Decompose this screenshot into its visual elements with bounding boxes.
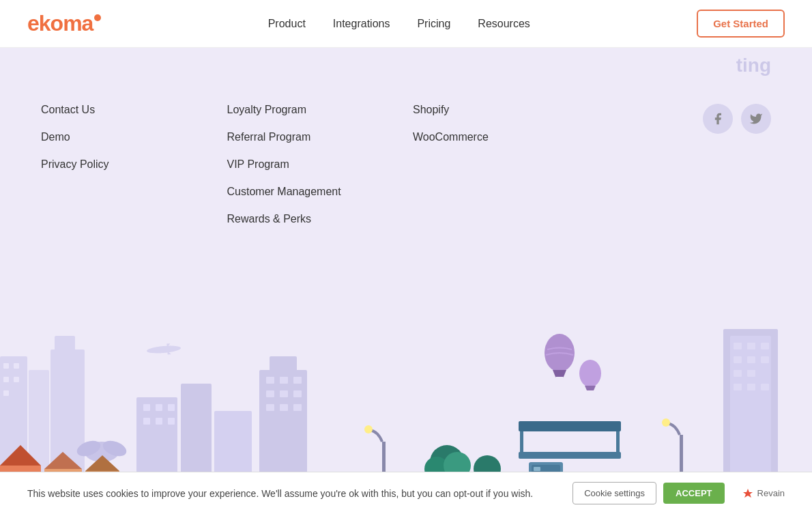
svg-rect-74 [734,356,742,363]
cookie-message: This website uses cookies to improve you… [27,488,559,499]
svg-rect-76 [761,356,769,363]
svg-rect-39 [266,377,274,384]
svg-rect-32 [168,418,175,425]
header: ekoma Product Integrations Pricing Resou… [0,0,812,48]
svg-rect-4 [55,336,75,356]
svg-rect-57 [519,421,621,431]
svg-rect-46 [280,404,288,411]
footer-link-referral-program[interactable]: Referral Program [227,131,400,143]
footer-section: Contact Us Demo Privacy Policy Loyalty P… [0,83,812,506]
top-partial-section: ting [0,48,812,83]
footer-link-vip-program[interactable]: VIP Program [227,158,400,171]
footer-col-3: Shopify WooCommerce [413,104,585,240]
partial-text: ting [736,55,771,83]
footer-link-privacy-policy[interactable]: Privacy Policy [41,158,214,171]
footer-link-contact-us[interactable]: Contact Us [41,104,214,116]
cookie-accept-button[interactable]: ACCEPT [663,483,724,504]
svg-rect-27 [143,404,150,411]
footer-col-2: Loyalty Program Referral Program VIP Pro… [227,104,400,240]
svg-rect-75 [747,356,755,363]
footer-links-grid: Contact Us Demo Privacy Policy Loyalty P… [41,104,771,254]
svg-rect-47 [293,404,302,411]
svg-rect-7 [3,377,9,382]
social-icons-group [703,104,771,134]
footer-link-loyalty-program[interactable]: Loyalty Program [227,104,400,116]
footer-link-woocommerce[interactable]: WooCommerce [413,131,585,143]
logo-dot [94,14,101,21]
facebook-icon[interactable] [703,104,733,134]
nav-resources[interactable]: Resources [478,18,530,30]
footer-link-shopify[interactable]: Shopify [413,104,585,116]
cookie-buttons: Cookie settings ACCEPT Revain [572,482,785,504]
svg-point-66 [662,418,670,427]
svg-rect-78 [747,370,755,377]
main-nav: Product Integrations Pricing Resources [268,18,530,30]
svg-rect-73 [761,343,769,349]
svg-rect-45 [266,404,274,411]
logo: ekoma [27,11,101,36]
svg-rect-38 [270,356,297,377]
revain-badge: Revain [742,488,785,499]
svg-rect-79 [734,384,742,390]
cookie-banner: This website uses cookies to improve you… [0,472,812,514]
svg-rect-81 [761,384,769,390]
svg-rect-71 [734,343,742,349]
svg-rect-43 [280,390,288,397]
svg-rect-77 [734,370,742,377]
cookie-settings-button[interactable]: Cookie settings [572,482,656,504]
svg-rect-30 [143,418,150,425]
footer-link-demo[interactable]: Demo [41,131,214,143]
svg-rect-60 [534,467,540,471]
svg-rect-5 [3,363,9,369]
svg-rect-54 [519,452,621,459]
svg-rect-44 [293,390,302,397]
footer-col-1: Contact Us Demo Privacy Policy [41,104,214,240]
svg-rect-55 [520,428,523,459]
svg-rect-9 [3,390,9,396]
footer-link-rewards-perks[interactable]: Rewards & Perks [227,213,400,225]
get-started-button[interactable]: Get Started [697,10,785,38]
svg-rect-40 [280,377,288,384]
svg-rect-56 [616,428,620,459]
svg-point-85 [579,360,601,387]
footer-col-social [599,104,772,240]
logo-text[interactable]: ekoma [27,11,93,36]
revain-text: Revain [757,488,785,498]
svg-rect-29 [168,404,175,411]
footer-link-customer-management[interactable]: Customer Management [227,186,400,198]
svg-rect-42 [266,390,274,397]
svg-rect-41 [293,377,302,384]
nav-integrations[interactable]: Integrations [333,18,390,30]
svg-point-68 [364,425,373,433]
nav-product[interactable]: Product [268,18,306,30]
svg-rect-6 [14,363,19,369]
svg-rect-80 [747,384,755,390]
svg-rect-72 [747,343,755,349]
svg-marker-104 [743,489,753,498]
svg-rect-8 [14,377,19,382]
twitter-icon[interactable] [741,104,771,134]
nav-pricing[interactable]: Pricing [417,18,450,30]
svg-rect-28 [156,404,162,411]
svg-rect-31 [156,418,162,425]
